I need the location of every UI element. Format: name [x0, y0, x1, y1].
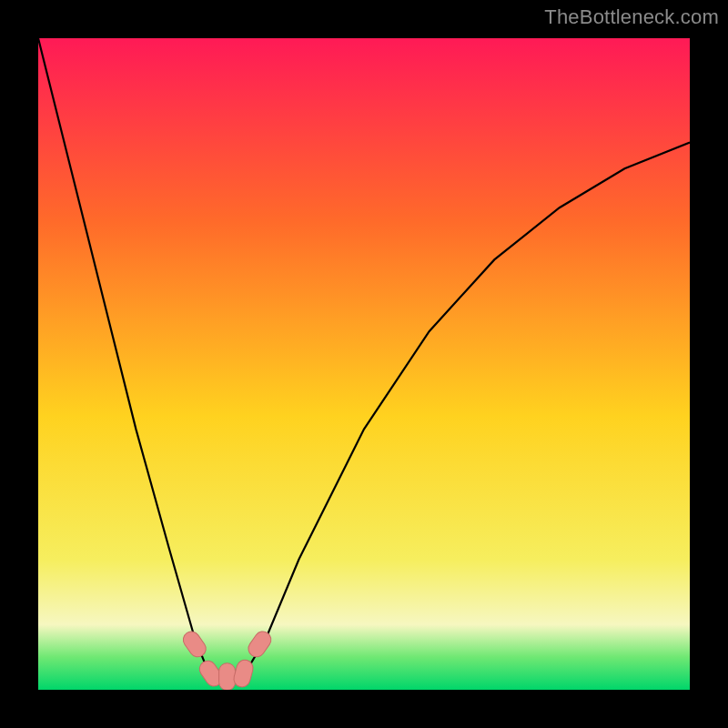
- curve-marker: [219, 663, 236, 690]
- bottleneck-curve: [38, 38, 690, 683]
- curve-marker: [180, 628, 209, 660]
- curve-marker: [245, 628, 274, 660]
- chart-frame: TheBottleneck.com: [0, 0, 728, 728]
- watermark-text: TheBottleneck.com: [544, 5, 719, 29]
- curve-marker: [232, 658, 255, 689]
- curve-markers: [180, 628, 275, 690]
- plot-area: [38, 38, 690, 690]
- curve-layer: [38, 38, 690, 690]
